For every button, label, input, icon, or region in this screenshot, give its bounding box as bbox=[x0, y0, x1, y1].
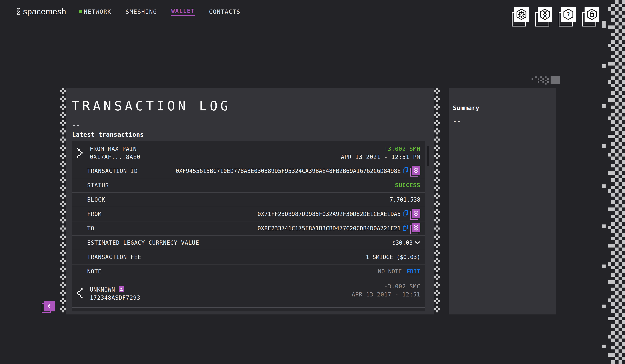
tx2-amount: -3.002 SMC bbox=[352, 282, 420, 291]
explorer-layers-icon[interactable] bbox=[410, 223, 420, 234]
transaction-list: FROM MAX PAIN 0X17AF....8AE0 +3.002 SMH … bbox=[72, 141, 425, 311]
latest-transactions-heading: Latest transactions bbox=[72, 131, 144, 138]
explorer-layers-icon[interactable] bbox=[410, 166, 420, 177]
row-label: STATUS bbox=[87, 182, 109, 189]
zipper-border-left bbox=[60, 88, 66, 314]
transaction-row-2[interactable]: UNKNOWN bbox=[72, 278, 425, 308]
transaction-row-1[interactable]: FROM MAX PAIN 0X17AF....8AE0 +3.002 SMH … bbox=[72, 141, 425, 164]
padlock-icon bbox=[585, 7, 599, 22]
pixel-arrow-left-icon bbox=[77, 288, 83, 298]
pixel-dither-decoration bbox=[531, 76, 556, 85]
tx1-date: APR 13 2021 - 12:51 PM bbox=[341, 153, 420, 161]
add-contact-shadow bbox=[118, 293, 124, 293]
add-contact-button[interactable] bbox=[118, 286, 125, 293]
row-label: BLOCK bbox=[87, 196, 105, 203]
nav-item-smeshing-label: SMESHING bbox=[125, 8, 157, 15]
detail-row-to: TO 0X8E233741C175F8A1B3CBD477C20CDB4D0A7… bbox=[72, 221, 425, 235]
screen-edge-dither bbox=[608, 0, 611, 364]
screen-edge-checkerboard bbox=[611, 0, 625, 364]
row-label: NOTE bbox=[87, 268, 101, 275]
svg-text:?: ? bbox=[567, 11, 570, 17]
brand: spacemesh bbox=[16, 7, 66, 17]
gear-icon bbox=[514, 7, 529, 22]
block-value: 7,701,538 bbox=[390, 196, 420, 203]
chevron-left-icon bbox=[44, 301, 55, 311]
row-label: TRANSACTION FEE bbox=[87, 254, 141, 260]
nav-item-wallet-label: WALLET bbox=[171, 7, 195, 14]
summary-dashes: -- bbox=[453, 118, 461, 125]
tx2-name: UNKNOWN bbox=[90, 286, 115, 294]
collapse-panel-button[interactable] bbox=[42, 301, 55, 314]
detail-row-from: FROM 0X71FF23DB987D9985F032A92F30D82DE1C… bbox=[72, 207, 425, 221]
brand-name: spacemesh bbox=[23, 7, 66, 16]
fee-value: 1 SMIDGE ($0.03) bbox=[366, 254, 420, 260]
summary-panel: Summary -- bbox=[449, 88, 556, 314]
detail-row-transaction-id: TRANSACTION ID 0XF9455615BC710ED778A3E03… bbox=[72, 164, 425, 178]
status-badge: SUCCESS bbox=[395, 182, 420, 189]
transaction-log-panel: TRANSACTION LOG -- Latest transactions F… bbox=[60, 88, 440, 314]
nav-item-network[interactable]: NETWORK bbox=[79, 8, 111, 15]
question-icon: ? bbox=[561, 7, 576, 22]
toolbar-icons: ? bbox=[512, 7, 599, 27]
nav-item-wallet[interactable]: WALLET bbox=[171, 7, 195, 16]
nav-item-smeshing[interactable]: SMESHING bbox=[125, 8, 157, 15]
nav-item-contacts[interactable]: CONTACTS bbox=[209, 8, 241, 15]
screen-edge-dither-2 bbox=[602, 0, 606, 364]
copy-icon[interactable] bbox=[403, 167, 408, 175]
from-address-value: 0X71FF23DB987D9985F032A92F30D82DE1CEAE1D… bbox=[257, 211, 401, 217]
row-label: ESTIMATED LEGACY CURRNECY VALUE bbox=[87, 240, 199, 246]
top-nav: spacemesh NETWORK SMESHING WALLET CONTAC… bbox=[16, 0, 255, 23]
copy-icon[interactable] bbox=[403, 210, 408, 218]
help-button[interactable]: ? bbox=[559, 7, 576, 27]
zipper-border-right bbox=[434, 88, 440, 314]
detail-row-status: STATUS SUCCESS bbox=[72, 178, 425, 192]
person-plus-icon bbox=[119, 286, 125, 292]
pixel-arrow-right-icon bbox=[77, 148, 83, 158]
nav-item-network-label: NETWORK bbox=[84, 8, 111, 15]
network-dna-button[interactable] bbox=[535, 7, 552, 27]
tx1-amount: +3.002 SMH bbox=[341, 145, 420, 153]
transaction-log-content: TRANSACTION LOG -- Latest transactions F… bbox=[66, 88, 434, 314]
explorer-layers-icon[interactable] bbox=[410, 209, 420, 220]
settings-button[interactable] bbox=[512, 7, 529, 27]
title-dashes: -- bbox=[72, 121, 80, 128]
detail-row-fee: TRANSACTION FEE 1 SMIDGE ($0.03) bbox=[72, 250, 425, 264]
estimated-value: $30.03 bbox=[392, 240, 413, 246]
detail-row-note: NOTE NO NOTE EDIT bbox=[72, 264, 425, 278]
nav-item-contacts-label: CONTACTS bbox=[209, 8, 241, 15]
detail-row-estimated-value: ESTIMATED LEGACY CURRNECY VALUE $30.03 bbox=[72, 235, 425, 250]
page-title: TRANSACTION LOG bbox=[72, 98, 231, 114]
edit-note-link[interactable]: EDIT bbox=[407, 268, 420, 275]
transaction-id-value: 0XF9455615BC710ED778A3E030389D5F95324CA3… bbox=[176, 168, 401, 174]
spacemesh-logo-icon bbox=[16, 7, 21, 17]
spacemesh-mark-icon bbox=[538, 7, 552, 22]
list-scrollbar-thumb[interactable] bbox=[427, 146, 429, 166]
summary-heading: Summary bbox=[453, 104, 479, 111]
detail-row-block: BLOCK 7,701,538 bbox=[72, 192, 425, 207]
network-status-dot-icon bbox=[79, 10, 82, 13]
lock-button[interactable] bbox=[582, 7, 599, 27]
to-address-value: 0X8E233741C175F8A1B3CBD477C20CDB4D0A721E… bbox=[257, 225, 401, 232]
tx2-date: APR 13 2017 - 12:51 bbox=[352, 291, 420, 299]
row-label: TO bbox=[87, 225, 94, 232]
note-value: NO NOTE bbox=[378, 268, 402, 275]
chevron-down-icon[interactable] bbox=[415, 240, 420, 246]
row-label: TRANSACTION ID bbox=[87, 168, 138, 174]
row-label: FROM bbox=[87, 211, 101, 217]
copy-icon[interactable] bbox=[403, 224, 408, 233]
